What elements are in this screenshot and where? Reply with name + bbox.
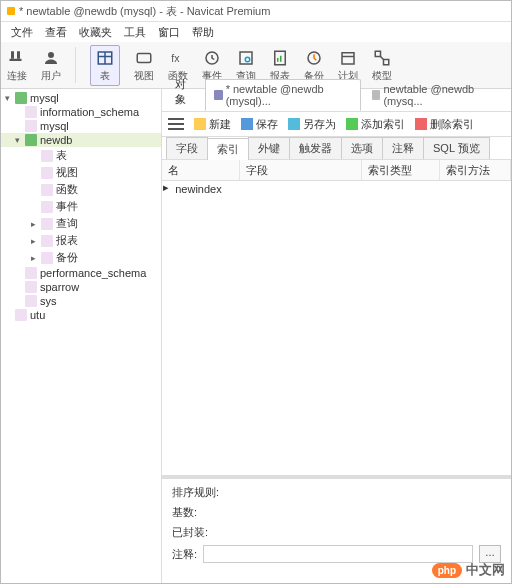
- clock-icon: [202, 48, 222, 68]
- db-icon: [25, 267, 37, 279]
- prop-sort-label: 排序规则:: [172, 485, 219, 500]
- menu-file[interactable]: 文件: [5, 23, 39, 42]
- db-icon: [41, 218, 53, 230]
- tree-node[interactable]: 视图: [1, 164, 161, 181]
- tree-label: 备份: [56, 250, 78, 265]
- tree-node[interactable]: ▾mysql: [1, 91, 161, 105]
- tree-label: performance_schema: [40, 267, 146, 279]
- backup-icon: [304, 48, 324, 68]
- watermark-text: 中文网: [466, 561, 505, 579]
- table-row[interactable]: ▸ newindex: [162, 181, 511, 199]
- tree-label: 事件: [56, 199, 78, 214]
- tree-node[interactable]: performance_schema: [1, 266, 161, 280]
- tree-node[interactable]: 表: [1, 147, 161, 164]
- db-icon: [41, 150, 53, 162]
- prop-packed-label: 已封装:: [172, 525, 208, 540]
- menu-fav[interactable]: 收藏夹: [73, 23, 118, 42]
- svg-line-20: [381, 56, 384, 59]
- tree-node[interactable]: information_schema: [1, 105, 161, 119]
- tree-node[interactable]: ▾newdb: [1, 133, 161, 147]
- tree-label: mysql: [40, 120, 69, 132]
- php-badge: php: [432, 563, 462, 578]
- col-fields[interactable]: 字段: [240, 160, 362, 180]
- designer-tab[interactable]: 注释: [382, 137, 424, 159]
- tree-node[interactable]: ▸报表: [1, 232, 161, 249]
- expand-icon[interactable]: ▸: [29, 236, 38, 246]
- tree-node[interactable]: 事件: [1, 198, 161, 215]
- delete-index-button[interactable]: 删除索引: [415, 117, 474, 132]
- col-name[interactable]: 名: [162, 160, 240, 180]
- toolbar-view-button[interactable]: 视图: [134, 48, 154, 83]
- designer-tab[interactable]: 选项: [341, 137, 383, 159]
- designer-tab[interactable]: 索引: [207, 138, 249, 160]
- svg-point-11: [245, 57, 250, 62]
- col-idxmethod[interactable]: 索引方法: [440, 160, 511, 180]
- toolbar-backup-button[interactable]: 备份: [304, 48, 324, 83]
- tab-editor-2[interactable]: newtable @newdb (mysq...: [363, 79, 507, 111]
- expand-icon[interactable]: ▾: [3, 93, 12, 103]
- toolbar-sched-button[interactable]: 计划: [338, 48, 358, 83]
- sched-icon: [338, 48, 358, 68]
- toolbar-query-button[interactable]: 查询: [236, 48, 256, 83]
- add-index-button[interactable]: 添加索引: [346, 117, 405, 132]
- tree-node[interactable]: 函数: [1, 181, 161, 198]
- menu-help[interactable]: 帮助: [186, 23, 220, 42]
- designer-tab[interactable]: 触发器: [289, 137, 342, 159]
- toolbar-plug-button[interactable]: 连接: [7, 48, 27, 83]
- svg-rect-13: [277, 58, 279, 62]
- menu-window[interactable]: 窗口: [152, 23, 186, 42]
- tree-node[interactable]: sparrow: [1, 280, 161, 294]
- db-icon: [41, 252, 53, 264]
- toolbar-report-button[interactable]: 报表: [270, 48, 290, 83]
- saveas-button[interactable]: 另存为: [288, 117, 336, 132]
- toolbar-model-button[interactable]: 模型: [372, 48, 392, 83]
- tree-label: 视图: [56, 165, 78, 180]
- toolbar-user-button[interactable]: 用户: [41, 48, 61, 83]
- index-grid[interactable]: ▸ newindex: [162, 181, 511, 476]
- cell-idxmethod[interactable]: [440, 181, 511, 199]
- db-icon: [41, 184, 53, 196]
- save-button[interactable]: 保存: [241, 117, 278, 132]
- db-icon: [15, 92, 27, 104]
- designer-tab[interactable]: 字段: [166, 137, 208, 159]
- query-icon: [236, 48, 256, 68]
- toolbar-table-button[interactable]: 表: [90, 45, 120, 86]
- tree-node[interactable]: ▸查询: [1, 215, 161, 232]
- tree-node[interactable]: mysql: [1, 119, 161, 133]
- tree-node[interactable]: utu: [1, 308, 161, 322]
- expand-icon[interactable]: ▾: [13, 135, 22, 145]
- hamburger-icon[interactable]: [168, 118, 184, 130]
- save-icon: [241, 118, 253, 130]
- col-idxtype[interactable]: 索引类型: [362, 160, 440, 180]
- toolbar-clock-button[interactable]: 事件: [202, 48, 222, 83]
- saveas-icon: [288, 118, 300, 130]
- tree-node[interactable]: ▸备份: [1, 249, 161, 266]
- tab-editor-active[interactable]: * newtable @newdb (mysql)...: [205, 79, 361, 111]
- plug-icon: [7, 48, 27, 68]
- menu-tools[interactable]: 工具: [118, 23, 152, 42]
- designer-tab[interactable]: 外键: [248, 137, 290, 159]
- svg-point-3: [48, 52, 54, 58]
- window-titlebar: * newtable @newdb (mysql) - 表 - Navicat …: [1, 1, 511, 22]
- tree-node[interactable]: sys: [1, 294, 161, 308]
- designer-tabs: 字段索引外键触发器选项注释SQL 预览: [162, 137, 511, 160]
- expand-icon[interactable]: ▸: [29, 219, 38, 229]
- cell-idxtype[interactable]: [362, 181, 440, 199]
- new-button[interactable]: 新建: [194, 117, 231, 132]
- editor-toolbar: 新建 保存 另存为 添加索引 删除索引: [162, 112, 511, 137]
- fx-icon: fx: [168, 48, 188, 68]
- designer-tab[interactable]: SQL 预览: [423, 137, 490, 159]
- expand-icon[interactable]: ▸: [29, 253, 38, 263]
- tree-label: 查询: [56, 216, 78, 231]
- cell-name[interactable]: newindex: [169, 181, 240, 199]
- row-marker-icon: ▸: [162, 181, 169, 199]
- cell-fields[interactable]: [240, 181, 362, 199]
- tab-objects[interactable]: 对象: [166, 73, 203, 111]
- table-icon: [95, 48, 115, 68]
- menu-view[interactable]: 查看: [39, 23, 73, 42]
- watermark: php 中文网: [432, 561, 505, 579]
- connection-tree[interactable]: ▾mysqlinformation_schemamysql▾newdb表视图函数…: [1, 89, 162, 583]
- table-icon: [214, 90, 223, 100]
- tree-label: 表: [56, 148, 67, 163]
- db-icon: [25, 120, 37, 132]
